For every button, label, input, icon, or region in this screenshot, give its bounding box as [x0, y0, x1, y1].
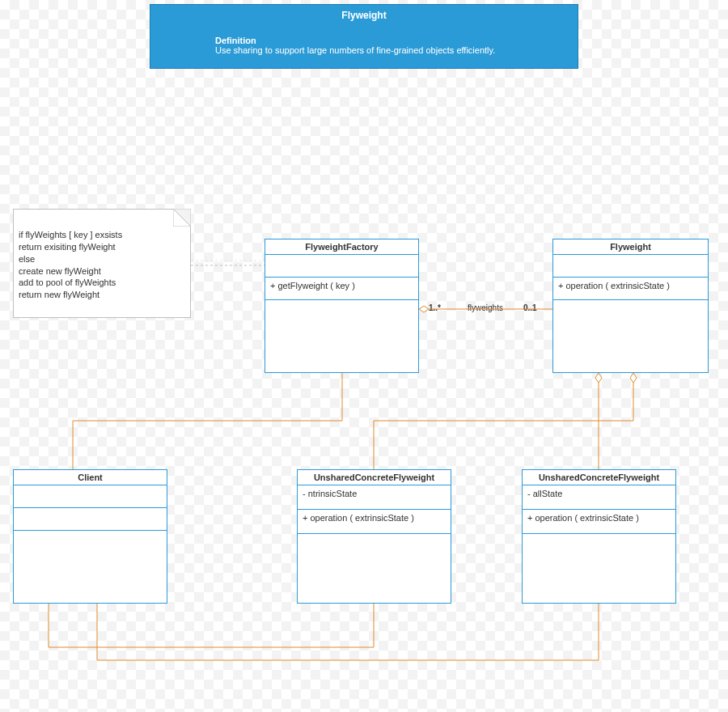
class-unshared-concrete-2: UnsharedConcreteFlyweight - allState + o… [522, 469, 676, 604]
note-line-2: return exisiting flyWeight [19, 241, 182, 253]
body-compart [523, 534, 675, 587]
note-line-4: create new flyWeight [19, 265, 182, 278]
pattern-header: Flyweight Definition Use sharing to supp… [150, 4, 578, 69]
note-fold-icon [173, 209, 191, 227]
attribute: - ntrinsicState [303, 489, 446, 498]
operation: + operation ( extrinsicState ) [558, 281, 703, 290]
class-flyweight-factory: FlyweightFactory + getFlyweight ( key ) [265, 239, 419, 373]
class-name: FlyweightFactory [265, 239, 418, 255]
class-client: Client [13, 469, 167, 604]
operations-compart: + getFlyweight ( key ) [265, 278, 418, 300]
class-name: UnsharedConcreteFlyweight [298, 470, 451, 485]
assoc-client-unshared1 [49, 604, 374, 647]
operation: + operation ( extrinsicState ) [527, 513, 671, 523]
class-name: Client [14, 470, 167, 485]
pattern-title: Flyweight [150, 5, 578, 21]
attributes-compart [14, 485, 167, 508]
assoc-client-unshared2 [97, 604, 599, 660]
aggregation-flyweight-unshared2 [599, 373, 637, 469]
attributes-compart [265, 255, 418, 278]
body-compart [14, 531, 167, 594]
attributes-compart [553, 255, 708, 278]
assoc-mult-right: 0..1 [523, 303, 537, 312]
operations-compart [14, 508, 167, 531]
operations-compart: + operation ( extrinsicState ) [298, 510, 451, 534]
assoc-client-factory [73, 373, 342, 469]
class-unshared-concrete-1: UnsharedConcreteFlyweight - ntrinsicStat… [297, 469, 451, 604]
note-box: if flyWeights [ key ] exsists return exi… [13, 209, 191, 318]
operation: + operation ( extrinsicState ) [303, 513, 446, 523]
note-line-5: add to pool of flyWeights [19, 277, 182, 289]
svg-marker-6 [595, 373, 602, 383]
attributes-compart: - ntrinsicState [298, 485, 451, 510]
aggregation-flyweight-unshared1 [374, 373, 602, 469]
assoc-mult-left: 1..* [429, 303, 441, 312]
attribute: - allState [527, 489, 671, 498]
body-compart [298, 534, 451, 587]
attributes-compart: - allState [523, 485, 675, 510]
definition-label: Definition [215, 36, 569, 45]
class-flyweight: Flyweight + operation ( extrinsicState ) [552, 239, 709, 373]
note-line-6: return new flyWeight [19, 289, 182, 301]
body-compart [265, 300, 418, 363]
svg-marker-5 [419, 306, 429, 312]
class-name: UnsharedConcreteFlyweight [523, 470, 675, 485]
note-line-3: else [19, 253, 182, 265]
body-compart [553, 300, 708, 363]
diagram-canvas: Flyweight Definition Use sharing to supp… [0, 0, 728, 712]
note-anchor-line [191, 261, 265, 265]
class-name: Flyweight [553, 239, 708, 255]
pattern-definition: Definition Use sharing to support large … [150, 21, 578, 60]
svg-marker-7 [630, 373, 637, 383]
definition-text: Use sharing to support large numbers of … [215, 45, 495, 55]
operation: + getFlyweight ( key ) [270, 281, 413, 290]
operations-compart: + operation ( extrinsicState ) [523, 510, 675, 534]
operations-compart: + operation ( extrinsicState ) [553, 278, 708, 300]
assoc-name: flyweights [468, 303, 503, 312]
note-line-1: if flyWeights [ key ] exsists [19, 229, 182, 241]
